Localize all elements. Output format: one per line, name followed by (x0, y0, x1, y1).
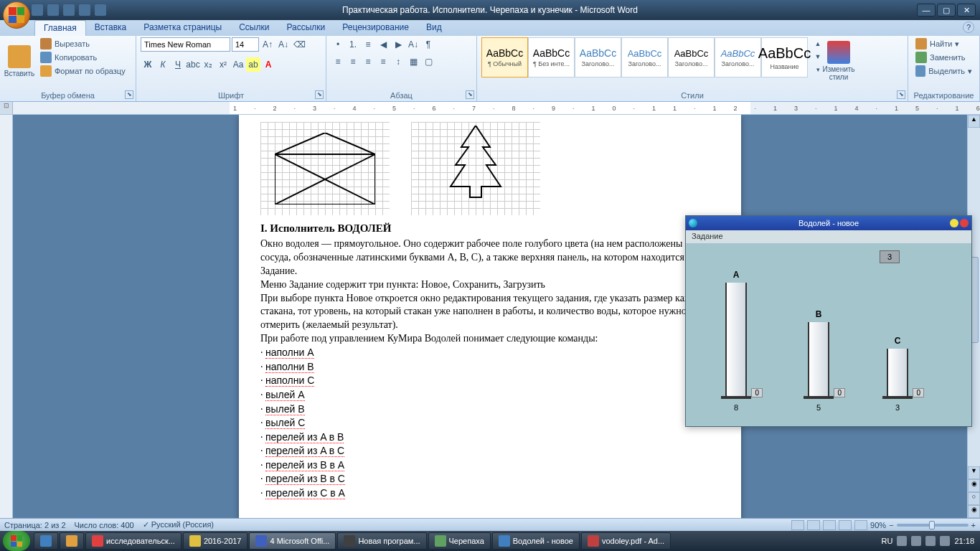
view-outline[interactable] (839, 520, 852, 530)
tray-icon-2[interactable] (911, 536, 921, 546)
office-button[interactable] (3, 1, 30, 29)
gallery-down[interactable]: ▼ (811, 50, 825, 63)
next-page-button[interactable]: ◉ (968, 505, 980, 518)
zoom-level[interactable]: 90% (870, 521, 886, 529)
view-full-screen[interactable] (807, 520, 820, 530)
tab-home[interactable]: Главная (34, 20, 86, 36)
font-color-button[interactable]: A (261, 57, 275, 72)
tray-icon-1[interactable] (897, 536, 907, 546)
style-item-5[interactable]: AaBbCcЗаголово... (715, 37, 761, 77)
scroll-down-button[interactable]: ▼ (968, 466, 980, 479)
start-button[interactable] (3, 531, 30, 551)
subscript-button[interactable]: x₂ (201, 57, 215, 72)
style-item-2[interactable]: AaBbCcЗаголово... (575, 37, 621, 77)
sort-button[interactable]: A↓ (406, 37, 420, 52)
minimize-button[interactable]: — (917, 4, 936, 17)
clear-format-button[interactable]: ⌫ (292, 37, 306, 52)
style-item-0[interactable]: AaBbCc¶ Обычный (481, 37, 528, 77)
style-item-1[interactable]: AaBbCc¶ Без инте... (528, 37, 575, 77)
clipboard-launcher[interactable]: ⬊ (125, 90, 133, 99)
vodoley-minimize[interactable] (950, 219, 958, 227)
align-right-button[interactable]: ≡ (361, 55, 375, 69)
shading-button[interactable]: ▦ (406, 55, 420, 69)
horizontal-ruler[interactable]: ⊡ 1·2·3·4·5·6·7·8·9·10·11·12·13·14·15·16… (0, 102, 980, 115)
qat-preview-icon[interactable] (95, 4, 106, 16)
replace-button[interactable]: Заменить (913, 51, 975, 64)
vodoley-window[interactable]: Водолей - новое Задание 3 A08B05C03 (685, 215, 972, 427)
underline-button[interactable]: Ч (171, 57, 185, 72)
help-button[interactable]: ? (963, 22, 974, 33)
indent-inc-button[interactable]: ▶ (391, 37, 405, 52)
tab-references[interactable]: Ссылки (230, 20, 278, 36)
zoom-slider[interactable] (897, 524, 969, 527)
italic-button[interactable]: К (156, 57, 170, 72)
task-item-1[interactable]: 2016-2017 (183, 532, 248, 550)
browse-button[interactable]: ○ (968, 492, 980, 505)
qat-save-icon[interactable] (32, 4, 43, 16)
superscript-button[interactable]: x² (216, 57, 230, 72)
qat-undo-icon[interactable] (47, 4, 59, 16)
task-item-2[interactable]: 4 Microsoft Offi... (249, 532, 336, 550)
qat-redo-icon[interactable] (63, 4, 75, 16)
numbering-button[interactable]: 1. (346, 37, 360, 52)
tab-insert[interactable]: Вставка (86, 20, 136, 36)
justify-button[interactable]: ≡ (376, 55, 390, 69)
tab-view[interactable]: Вид (418, 20, 451, 36)
shrink-font-button[interactable]: A↓ (276, 37, 291, 52)
tab-review[interactable]: Рецензирование (334, 20, 418, 36)
maximize-button[interactable]: ▢ (937, 4, 956, 17)
style-gallery[interactable]: AaBbCc¶ ОбычныйAaBbCc¶ Без инте...AaBbCc… (481, 37, 808, 80)
style-item-3[interactable]: AaBbCcЗаголово... (621, 37, 668, 77)
vodoley-menu[interactable]: Задание (686, 230, 971, 243)
show-marks-button[interactable]: ¶ (421, 37, 435, 52)
zoom-thumb[interactable] (929, 521, 935, 529)
scroll-up-button[interactable]: ▲ (968, 115, 980, 128)
vodoley-close[interactable] (960, 219, 969, 227)
vertical-ruler[interactable] (0, 115, 13, 518)
tray-icon-4[interactable] (940, 536, 950, 546)
style-item-4[interactable]: AaBbCcЗаголово... (668, 37, 715, 77)
task-pin-1[interactable] (34, 532, 58, 550)
change-styles-button[interactable]: Изменить стили (824, 37, 854, 85)
gallery-up[interactable]: ▲ (811, 37, 825, 50)
view-print-layout[interactable] (791, 520, 804, 530)
strike-button[interactable]: abc (186, 57, 200, 72)
task-pin-2[interactable] (60, 532, 84, 550)
task-item-0[interactable]: исследовательск... (85, 532, 182, 550)
styles-launcher[interactable]: ⬊ (897, 90, 905, 99)
status-page[interactable]: Страница: 2 из 2 (4, 521, 66, 529)
grow-font-button[interactable]: A↑ (260, 37, 275, 52)
bold-button[interactable]: Ж (141, 57, 155, 72)
copy-button[interactable]: Копировать (37, 51, 128, 64)
highlight-button[interactable]: ab (246, 57, 260, 72)
task-item-5[interactable]: Водолей - новое (492, 532, 580, 550)
status-words[interactable]: Число слов: 400 (75, 521, 134, 529)
prev-page-button[interactable]: ◉ (968, 479, 980, 492)
task-item-6[interactable]: vodoley.pdf - Ad... (581, 532, 671, 550)
tray-lang[interactable]: RU (882, 537, 893, 545)
cut-button[interactable]: Вырезать (37, 37, 128, 50)
font-size-select[interactable] (232, 37, 259, 52)
paragraph-launcher[interactable]: ⬊ (466, 90, 474, 99)
style-item-6[interactable]: AaBbCcНазвание (761, 37, 808, 77)
line-spacing-button[interactable]: ↕ (391, 55, 405, 69)
font-name-select[interactable] (141, 37, 230, 52)
status-lang[interactable]: ✓ Русский (Россия) (143, 520, 214, 529)
task-item-3[interactable]: Новая програм... (337, 532, 426, 550)
find-button[interactable]: Найти ▾ (913, 37, 975, 50)
tab-mailings[interactable]: Рассылки (278, 20, 334, 36)
select-button[interactable]: Выделить ▾ (913, 65, 975, 77)
view-web[interactable] (823, 520, 836, 530)
view-draft[interactable] (854, 520, 867, 530)
zoom-in[interactable]: + (971, 521, 976, 529)
close-button[interactable]: ✕ (957, 4, 976, 17)
tray-time[interactable]: 21:18 (954, 537, 974, 545)
font-launcher[interactable]: ⬊ (315, 90, 324, 99)
borders-button[interactable]: ▢ (421, 55, 435, 69)
indent-dec-button[interactable]: ◀ (376, 37, 390, 52)
format-painter-button[interactable]: Формат по образцу (37, 65, 128, 77)
align-center-button[interactable]: ≡ (346, 55, 360, 69)
paste-button[interactable]: Вставить (4, 37, 34, 85)
case-button[interactable]: Aa (231, 57, 245, 72)
qat-print-icon[interactable] (79, 4, 90, 16)
